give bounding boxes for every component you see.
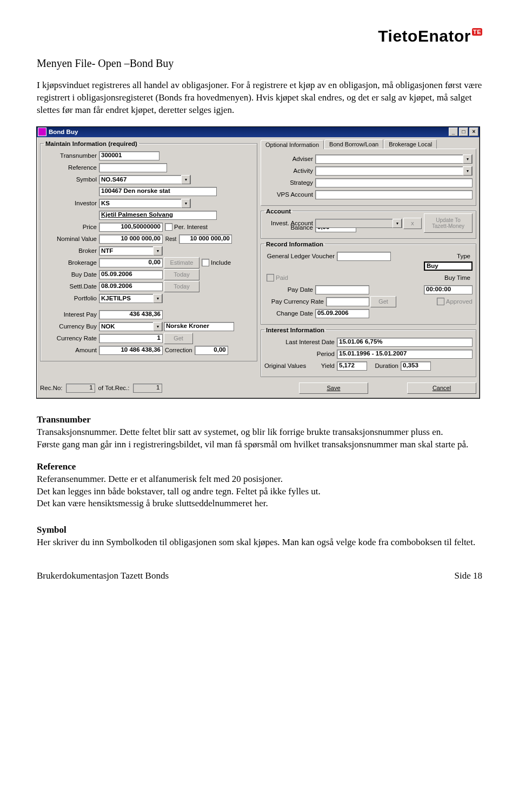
intro-paragraph: I kjøpsvinduet registreres all handel av… [37, 79, 482, 117]
lbl-recno: Rec.No: [40, 385, 63, 391]
lbl-lastint: Last Interest Date [264, 339, 337, 345]
chevron-down-icon[interactable]: ▾ [463, 166, 472, 176]
lbl-activity: Activity [264, 167, 315, 174]
duration-display: 0,353 [401, 361, 431, 371]
adviser-combo[interactable]: ▾ [315, 155, 473, 164]
currencyrate-input[interactable]: 1 [99, 334, 163, 343]
investor-combo[interactable]: KS▾ [99, 199, 191, 208]
today-buydate-button[interactable]: Today [164, 269, 199, 280]
close-button[interactable]: × [469, 127, 478, 136]
lbl-strategy: Strategy [264, 179, 315, 186]
strategy-input[interactable] [315, 178, 473, 187]
interestpay-input[interactable]: 436 438,36 [99, 310, 163, 319]
titlebar: Bond Buy _ □ × [37, 127, 480, 137]
lbl-adviser: Adviser [264, 156, 315, 162]
chevron-down-icon[interactable]: ▾ [153, 246, 162, 256]
chevron-down-icon[interactable]: ▾ [153, 294, 162, 303]
chevron-down-icon[interactable]: ▾ [153, 322, 162, 331]
chevron-down-icon: ▾ [392, 219, 402, 228]
paydate-input[interactable] [315, 285, 369, 294]
lbl-transnumber: Transnumber [44, 152, 99, 159]
lastint-display: 15.01.06 6,75% [337, 338, 473, 347]
interest-info-group: Interest Information Last Interest Date … [261, 327, 476, 377]
tab-optional[interactable]: Optional Information [261, 140, 324, 149]
type-display: Buy [424, 261, 473, 271]
app-icon [38, 127, 46, 136]
lbl-paid: Paid [276, 274, 288, 281]
chevron-down-icon[interactable]: ▾ [463, 155, 472, 164]
lbl-origvals: Original Values [264, 363, 313, 369]
currencybuy-combo[interactable]: NOK▾ [99, 322, 163, 331]
lbl-period: Period [264, 351, 337, 357]
invest-account-combo: ▾ [315, 219, 402, 228]
brokerage-input[interactable]: 0,00 [99, 258, 163, 267]
record-legend: Record Information [264, 241, 325, 247]
lbl-yield: Yield [313, 363, 337, 369]
lbl-correction: Correction [163, 347, 195, 353]
paycurr-input[interactable] [326, 297, 369, 306]
include-check[interactable] [202, 259, 209, 266]
optional-panel: Adviser ▾ Activity ▾ Strategy VPS Accoun… [261, 149, 476, 206]
vps-input[interactable] [315, 190, 473, 199]
lbl-type: Type [457, 253, 473, 259]
estimate-button[interactable]: Estimate [164, 257, 199, 269]
broker-combo[interactable]: NTF▾ [99, 246, 163, 256]
desc-reference-body: Referansenummer. Dette er et alfanumeris… [37, 474, 321, 509]
approved-check [437, 298, 444, 305]
desc-symbol-body: Her skriver du inn Symbolkoden til oblig… [37, 537, 475, 547]
lbl-vps: VPS Account [264, 191, 315, 198]
today-settldate-button[interactable]: Today [164, 281, 199, 292]
lbl-balance: Balance [264, 224, 315, 231]
lbl-portfolio: Portfolio [44, 295, 99, 301]
glv-input[interactable] [337, 252, 391, 261]
amount-input[interactable]: 10 486 438,36 [99, 346, 163, 355]
brand-logo: TietoEnatorTE [37, 27, 482, 45]
lbl-changedate: Change Date [264, 310, 315, 317]
tab-brokerage[interactable]: Brokerage Local [384, 139, 437, 149]
logo-badge: TE [472, 28, 482, 36]
page-heading: Menyen File- Open –Bond Buy [37, 57, 482, 70]
lbl-paydate: Pay Date [264, 286, 315, 293]
chevron-down-icon[interactable]: ▾ [181, 199, 190, 208]
per-interest-check[interactable] [165, 223, 172, 231]
lbl-amount: Amount [44, 347, 99, 353]
maximize-button[interactable]: □ [459, 127, 468, 136]
logo-text: TietoEnator [378, 27, 471, 45]
chevron-down-icon[interactable]: ▾ [181, 175, 190, 184]
nominal-input[interactable]: 10 000 000,00 [99, 234, 163, 244]
recno-display: 1 [66, 384, 95, 393]
get-paycurr-button[interactable]: Get [370, 296, 396, 307]
clear-account-button[interactable]: x [403, 218, 422, 229]
update-to-tazett-button[interactable]: Update To Tazett-Money [424, 213, 473, 233]
lbl-paycurr: Pay Currency Rate [264, 298, 326, 305]
settldate-input[interactable]: 08.09.2006 [99, 282, 163, 291]
save-button[interactable]: Save [299, 382, 368, 394]
term-transnumber: Transnumber [37, 414, 482, 426]
cancel-button[interactable]: Cancel [407, 382, 476, 394]
desc-transnumber-body: Transaksjonsnummer. Dette feltet blir sa… [37, 427, 468, 449]
footer-right: Side 18 [455, 571, 482, 581]
window-title: Bond Buy [49, 129, 78, 135]
lbl-currencyrate: Currency Rate [44, 335, 99, 341]
term-symbol: Symbol [37, 524, 482, 536]
minimize-button[interactable]: _ [449, 127, 458, 136]
correction-input[interactable]: 0,00 [195, 346, 228, 355]
get-currencyrate-button[interactable]: Get [164, 333, 193, 344]
price-input[interactable]: 100,50000000 [99, 223, 163, 232]
lbl-price: Price [44, 224, 99, 230]
symbol-combo[interactable]: NO.S467▾ [99, 175, 191, 184]
lbl-reference: Reference [44, 164, 99, 171]
maintain-info-group: Maintain Information (required) Transnum… [40, 140, 257, 361]
changedate-input[interactable]: 05.09.2006 [315, 309, 369, 318]
tab-borrow[interactable]: Bond Borrow/Loan [324, 139, 383, 149]
lbl-totrec: of Tot.Rec.: [98, 385, 130, 391]
buytime-input[interactable]: 00:00:00 [424, 285, 473, 294]
portfolio-combo[interactable]: KJETILPS▾ [99, 294, 163, 303]
lbl-interestpay: Interest Pay [44, 311, 99, 318]
lbl-per-interest: Per. Interest [174, 224, 208, 230]
transnumber-input[interactable]: 300001 [99, 151, 159, 160]
tab-strip: Optional Information Bond Borrow/Loan Br… [261, 139, 476, 149]
buydate-input[interactable]: 05.09.2006 [99, 270, 163, 279]
activity-combo[interactable]: ▾ [315, 166, 473, 176]
reference-input[interactable] [99, 163, 167, 172]
